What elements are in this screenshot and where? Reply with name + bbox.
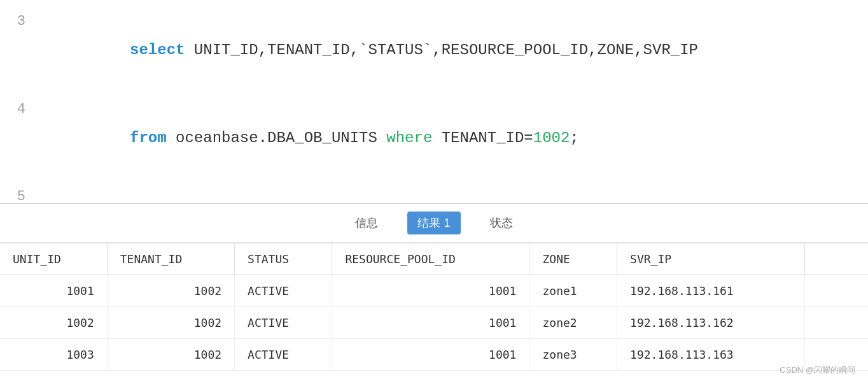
code-line-5: 5 (0, 182, 868, 204)
keyword-select: select (130, 41, 185, 59)
code-editor[interactable]: 3 select UNIT_ID,TENANT_ID,`STATUS`,RESO… (0, 0, 868, 204)
code-text-3: TENANT_ID= (432, 129, 533, 147)
line-content-3: select UNIT_ID,TENANT_ID,`STATUS`,RESOUR… (38, 6, 698, 94)
line-number-5: 5 (0, 182, 38, 204)
code-line-3: 3 select UNIT_ID,TENANT_ID,`STATUS`,RESO… (0, 6, 868, 94)
col-header-tenant-id: TENANT_ID (107, 243, 234, 275)
cell-unit-id-3: 1003 (0, 339, 107, 371)
col-header-unit-id: UNIT_ID (0, 243, 107, 275)
tab-info[interactable]: 信息 (345, 212, 388, 234)
keyword-where: where (386, 129, 432, 147)
cell-pool-id-1: 1001 (332, 275, 529, 307)
cell-tenant-id-2: 1002 (107, 307, 234, 339)
col-header-svr-ip: SVR_IP (617, 243, 804, 275)
cell-zone-1: zone1 (529, 275, 617, 307)
footer-credit: CSDN @闪耀的瞬间 (780, 364, 855, 376)
cell-unit-id-2: 1002 (0, 307, 107, 339)
cell-svr-ip-2: 192.168.113.162 (617, 307, 804, 339)
line-number-3: 3 (0, 7, 38, 36)
cell-status-3: ACTIVE (235, 339, 332, 371)
cell-status-1: ACTIVE (235, 275, 332, 307)
keyword-from: from (130, 129, 167, 147)
col-header-resource-pool-id: RESOURCE_POOL_ID (332, 243, 529, 275)
code-line-4: 4 from oceanbase.DBA_OB_UNITS where TENA… (0, 94, 868, 182)
result-tabs: 信息 结果 1 状态 (0, 204, 868, 243)
cell-tenant-id-3: 1002 (107, 339, 234, 371)
cell-pool-id-3: 1001 (332, 339, 529, 371)
results-table: UNIT_ID TENANT_ID STATUS RESOURCE_POOL_I… (0, 243, 868, 371)
tab-result1[interactable]: 结果 1 (407, 212, 460, 234)
col-header-status: STATUS (235, 243, 332, 275)
code-text-2: oceanbase.DBA_OB_UNITS (167, 129, 387, 147)
table-row: 1002 1002 ACTIVE 1001 zone2 192.168.113.… (0, 307, 868, 339)
cell-unit-id-1: 1001 (0, 275, 107, 307)
cell-extra-2 (804, 307, 868, 339)
col-header-extra (804, 243, 868, 275)
code-text: UNIT_ID,TENANT_ID,`STATUS`,RESOURCE_POOL… (185, 41, 698, 59)
cell-zone-3: zone3 (529, 339, 617, 371)
col-header-zone: ZONE (529, 243, 617, 275)
code-number: 1002 (533, 129, 570, 147)
line-content-4: from oceanbase.DBA_OB_UNITS where TENANT… (38, 94, 579, 182)
cell-svr-ip-3: 192.168.113.163 (617, 339, 804, 371)
table-row: 1001 1002 ACTIVE 1001 zone1 192.168.113.… (0, 275, 868, 307)
line-number-4: 4 (0, 95, 38, 124)
cell-zone-2: zone2 (529, 307, 617, 339)
cell-svr-ip-1: 192.168.113.161 (617, 275, 804, 307)
tab-status[interactable]: 状态 (480, 212, 523, 234)
table-header-row: UNIT_ID TENANT_ID STATUS RESOURCE_POOL_I… (0, 243, 868, 275)
results-table-container: UNIT_ID TENANT_ID STATUS RESOURCE_POOL_I… (0, 243, 868, 371)
code-lines: 3 select UNIT_ID,TENANT_ID,`STATUS`,RESO… (0, 0, 868, 204)
cell-tenant-id-1: 1002 (107, 275, 234, 307)
table-row: 1003 1002 ACTIVE 1001 zone3 192.168.113.… (0, 339, 868, 371)
cell-pool-id-2: 1001 (332, 307, 529, 339)
cell-status-2: ACTIVE (235, 307, 332, 339)
code-semicolon: ; (570, 129, 578, 147)
cell-extra-1 (804, 275, 868, 307)
